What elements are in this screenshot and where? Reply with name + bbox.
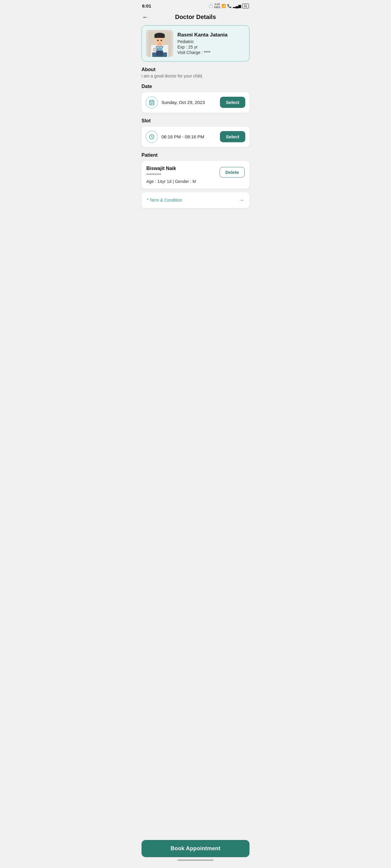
date-label: Date (141, 84, 250, 89)
svg-rect-11 (156, 51, 163, 56)
calendar-icon (146, 96, 158, 108)
svg-rect-8 (155, 35, 165, 38)
slot-value: 06:16 PM - 08:16 PM (161, 134, 204, 139)
slot-card: 06:16 PM - 08:16 PM Select (141, 127, 250, 147)
svg-point-14 (159, 41, 160, 43)
terms-card[interactable]: * Term & Condition → (141, 192, 250, 208)
about-label: About (141, 67, 250, 72)
patient-gender: Gender : M (175, 179, 196, 184)
doctor-experience: Exp : 25 yr (177, 44, 245, 50)
status-time: 6:01 (142, 3, 151, 8)
svg-rect-16 (150, 100, 154, 105)
clock-icon (146, 131, 158, 143)
delete-patient-button[interactable]: Delete (220, 167, 245, 178)
data-speed: 0.03 KB/S (214, 3, 221, 9)
slot-select-button[interactable]: Select (220, 131, 245, 142)
patient-name: Biswajit Naik (146, 166, 196, 171)
doctor-info: Rasmi Kanta Jatania Pediatric Exp : 25 y… (177, 32, 245, 55)
doctor-charge: Visit Charge : **** (177, 50, 245, 55)
svg-point-12 (157, 40, 159, 41)
svg-rect-20 (150, 103, 151, 104)
date-value: Sunday, Oct 29, 2023 (161, 100, 205, 105)
date-select-button[interactable]: Select (220, 97, 245, 108)
terms-text: * Term & Condition (147, 198, 182, 203)
main-content: Rasmi Kanta Jatania Pediatric Exp : 25 y… (137, 25, 254, 246)
doctor-specialization: Pediatric (177, 39, 245, 44)
date-card: Sunday, Oct 29, 2023 Select (141, 92, 250, 113)
date-card-left: Sunday, Oct 29, 2023 (146, 96, 205, 108)
page-title: Doctor Details (175, 13, 216, 21)
doctor-name: Rasmi Kanta Jatania (177, 32, 245, 38)
slot-card-left: 06:16 PM - 08:16 PM (146, 131, 204, 143)
patient-age: Age : 14yr 1d (146, 179, 171, 184)
visit-charge-label: Visit Charge : (177, 50, 203, 55)
patient-label: Patient (141, 153, 250, 158)
patient-row: Biswajit Naik ********* Age : 14yr 1d | … (146, 166, 245, 184)
back-button[interactable]: ← (142, 14, 149, 21)
visit-charge-value: **** (204, 50, 211, 55)
battery-icon: 31 (242, 4, 249, 8)
signal-icon: ▂▄▆ (233, 4, 241, 8)
patient-card: Biswajit Naik ********* Age : 14yr 1d | … (141, 161, 250, 189)
terms-arrow-icon: → (239, 197, 244, 204)
patient-info: Biswajit Naik ********* Age : 14yr 1d | … (146, 166, 196, 184)
slot-label: Slot (141, 118, 250, 124)
alarm-icon: 🕐 (208, 4, 213, 8)
doctor-avatar (146, 30, 173, 57)
svg-rect-23 (150, 104, 151, 104)
svg-point-13 (161, 40, 162, 41)
wifi-icon: 📶 (221, 4, 226, 8)
svg-rect-21 (151, 103, 152, 104)
about-text: i am a good doctor for your child. (141, 73, 250, 79)
divider: | (173, 179, 175, 184)
status-icons: 🕐 0.03 KB/S 📶 📞 ▂▄▆ 31 (208, 3, 249, 9)
patient-details: Age : 14yr 1d | Gender : M (146, 179, 196, 184)
call-icon: 📞 (227, 4, 232, 8)
header: ← Doctor Details (137, 11, 254, 25)
status-bar: 6:01 🕐 0.03 KB/S 📶 📞 ▂▄▆ 31 (137, 0, 254, 11)
doctor-card: Rasmi Kanta Jatania Pediatric Exp : 25 y… (141, 25, 250, 61)
svg-rect-22 (153, 103, 153, 104)
patient-masked-id: ********* (146, 173, 196, 177)
